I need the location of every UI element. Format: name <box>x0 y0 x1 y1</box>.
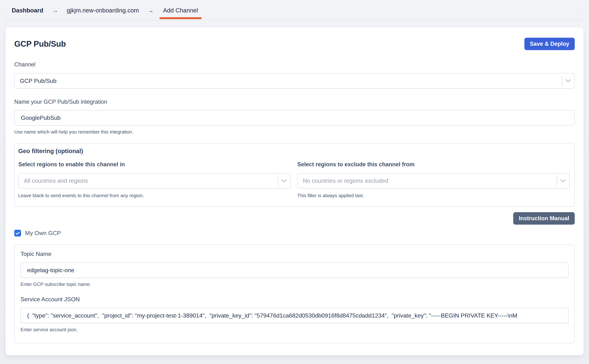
select-divider <box>278 176 278 186</box>
my-own-gcp-section: Topic Name Enter GCP subscribe topic nam… <box>14 245 575 343</box>
topic-name-input[interactable] <box>20 262 569 278</box>
geo-exclude-label: Select regions to exclude this channel f… <box>297 161 569 168</box>
chevron-down-icon <box>281 179 287 183</box>
service-account-json-input[interactable] <box>20 308 569 323</box>
breadcrumb-item-domain[interactable]: gjkjm.new-onboarding.com <box>67 7 139 14</box>
breadcrumb-item-dashboard[interactable]: Dashboard <box>12 7 43 14</box>
save-deploy-button[interactable]: Save & Deploy <box>524 38 575 50</box>
chevron-down-icon <box>565 79 571 83</box>
breadcrumb: Dashboard → gjkjm.new-onboarding.com → A… <box>0 0 589 21</box>
geo-enable-helper: Leave blank to send events to this chann… <box>18 193 291 198</box>
arrow-right-icon: → <box>148 7 153 14</box>
arrow-right-icon: → <box>52 7 58 14</box>
geo-filtering-grid: Select regions to enable this channel in… <box>18 161 569 198</box>
gcp-pubsub-card: GCP Pub/Sub Save & Deploy Channel GCP Pu… <box>6 27 583 355</box>
channel-label: Channel <box>14 61 575 68</box>
breadcrumb-item-add-channel-label: Add Channel <box>163 7 198 14</box>
geo-enable-select-value: All countries and regions <box>24 177 88 184</box>
geo-enable-label: Select regions to enable this channel in <box>18 161 291 168</box>
service-account-json-helper: Enter service account json. <box>20 327 569 332</box>
channel-select-value: GCP Pub/Sub <box>20 78 56 84</box>
active-tab-underline <box>159 17 202 19</box>
page-title: GCP Pub/Sub <box>14 39 66 48</box>
integration-name-helper: Use name which will help you remember th… <box>14 129 575 135</box>
integration-name-input[interactable] <box>14 110 575 125</box>
service-account-json-label: Service Account JSON <box>20 296 569 303</box>
my-own-gcp-label[interactable]: My Own GCP <box>25 230 61 236</box>
card-header: GCP Pub/Sub Save & Deploy <box>14 38 575 50</box>
my-own-gcp-checkbox[interactable] <box>14 230 21 236</box>
channel-select[interactable]: GCP Pub/Sub <box>14 73 575 89</box>
geo-exclude-column: Select regions to exclude this channel f… <box>297 161 569 198</box>
geo-exclude-select[interactable]: No countries or regions excluded <box>297 173 569 188</box>
breadcrumb-item-add-channel[interactable]: Add Channel <box>162 0 199 21</box>
geo-filtering-section: Geo filtering (optional) Select regions … <box>14 143 575 207</box>
integration-name-label: Name your GCP Pub/Sub integration <box>14 98 575 105</box>
topic-name-helper: Enter GCP subscribe topic name. <box>20 281 569 287</box>
geo-exclude-helper: This filter is always applied last. <box>297 193 569 198</box>
select-divider <box>557 176 557 186</box>
select-divider <box>562 76 562 86</box>
my-own-gcp-row: My Own GCP <box>14 230 575 236</box>
geo-exclude-select-value: No countries or regions excluded <box>303 177 388 184</box>
geo-filtering-title: Geo filtering (optional) <box>18 147 569 155</box>
topic-name-label: Topic Name <box>20 250 569 257</box>
check-icon <box>16 232 20 235</box>
instruction-manual-button[interactable]: Instruction Manual <box>513 212 575 225</box>
geo-enable-column: Select regions to enable this channel in… <box>18 161 291 198</box>
chevron-down-icon <box>560 179 566 183</box>
instruction-manual-row: Instruction Manual <box>14 212 575 225</box>
geo-enable-select[interactable]: All countries and regions <box>18 173 291 188</box>
